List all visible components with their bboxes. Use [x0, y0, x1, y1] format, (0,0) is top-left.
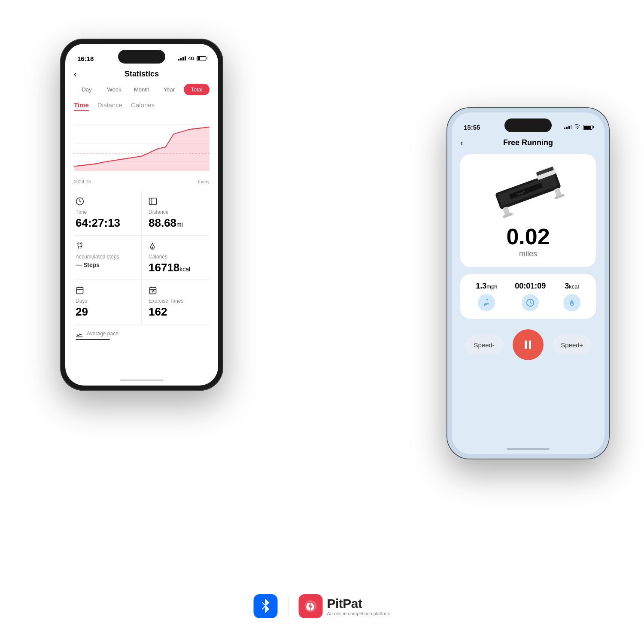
filter-month[interactable]: Month: [129, 84, 155, 95]
status-icons-right: [564, 124, 592, 131]
fire-icon: [149, 242, 208, 252]
signal-icon: [178, 56, 186, 61]
right-screen: 15:55: [452, 112, 605, 454]
speed-plus-button[interactable]: Speed+: [553, 335, 591, 354]
bluetooth-icon: [259, 598, 272, 614]
bluetooth-logo: [254, 594, 278, 618]
back-button-left[interactable]: ‹: [74, 69, 77, 79]
pause-button[interactable]: [513, 329, 544, 360]
avg-pace-label: Average pace: [87, 331, 118, 337]
bottom-logos: PitPat An online competition platform: [254, 594, 391, 618]
pitpat-text: PitPat An online competition platform: [327, 596, 391, 616]
stat-exercise-label: Exercise Times: [149, 298, 208, 304]
tab-time[interactable]: Time: [74, 101, 89, 111]
stat-distance: Distance 88.68mi: [142, 191, 210, 236]
chart-svg: [74, 115, 210, 176]
stat-time: Time 64:27:13: [74, 191, 142, 236]
stat-days-value: 29: [76, 306, 134, 318]
signal-icon-right: [564, 125, 572, 129]
metrics-row: 1.3mph 00:01:09: [460, 274, 596, 319]
svg-point-8: [81, 243, 82, 244]
stat-steps: Accumulated steps — Steps: [74, 236, 142, 280]
stat-distance-value: 88.68mi: [149, 217, 208, 229]
avg-pace-section: Average pace: [74, 325, 210, 346]
pause-icon: [525, 340, 531, 349]
statistics-header: ‹ Statistics: [74, 66, 210, 84]
controls-row: Speed- Speed+: [460, 329, 596, 360]
free-running-header: ‹ Free Running: [460, 135, 596, 154]
calendar-icon: [76, 286, 134, 296]
time-right: 15:55: [464, 124, 480, 131]
right-screen-content: ‹ Free Running: [452, 135, 605, 454]
steps-icon: [76, 242, 134, 252]
stat-exercise-value: 162: [149, 306, 208, 318]
distance-icon: [149, 197, 208, 207]
left-phone: 16:18 4G ‹: [60, 39, 223, 391]
metric-speed: 1.3mph: [476, 282, 497, 311]
stat-steps-label: Accumulated steps: [76, 254, 134, 260]
exercise-icon: [149, 286, 208, 296]
chart-x-labels: 2024.05 Today: [74, 179, 210, 184]
metric-tabs: Time Distance Calories: [74, 101, 210, 111]
stat-days: Days 29: [74, 280, 142, 325]
filter-week[interactable]: Week: [101, 84, 127, 95]
stat-exercise: Exercise Times 162: [142, 280, 210, 325]
shoe-icon: [76, 331, 83, 339]
logo-divider: [288, 595, 289, 617]
time-filter: Day Week Month Year Total: [74, 84, 210, 95]
stat-calories-value: 16718kcal: [149, 261, 208, 274]
filter-year[interactable]: Year: [156, 84, 182, 95]
stat-time-label: Time: [76, 209, 134, 215]
svg-rect-5: [149, 198, 157, 205]
stat-time-value: 64:27:13: [76, 217, 134, 229]
right-phone: 15:55: [447, 107, 610, 459]
clock-icon-right: [522, 294, 539, 311]
tab-distance[interactable]: Distance: [97, 101, 122, 111]
network-label: 4G: [188, 56, 194, 61]
stat-calories-label: Calories: [149, 254, 208, 260]
speed-value: 1.3mph: [476, 282, 497, 291]
stats-grid: Time 64:27:13 Distance 88.68mi: [74, 191, 210, 325]
time-left: 16:18: [77, 55, 94, 62]
stat-days-label: Days: [76, 298, 134, 304]
battery-icon-right: [583, 125, 592, 130]
filter-day[interactable]: Day: [74, 84, 100, 95]
home-indicator-right: [507, 448, 550, 450]
treadmill-card: berrun berrun 0.02 miles: [460, 154, 596, 267]
pitpat-logo-container: PitPat An online competition platform: [299, 594, 391, 618]
pitpat-tagline: An online competition platform: [327, 611, 391, 616]
treadmill-svg: berrun berrun: [485, 163, 571, 219]
metric-kcal: 3kcal: [563, 282, 580, 311]
pitpat-icon-svg: [303, 598, 319, 614]
svg-point-7: [78, 243, 79, 244]
fire-icon-right: [563, 294, 580, 311]
page-title-left: Statistics: [125, 70, 159, 79]
stat-distance-label: Distance: [149, 209, 208, 215]
avg-pace-bar: [76, 339, 110, 340]
clock-icon: [76, 197, 134, 207]
left-screen: 16:18 4G ‹: [65, 44, 218, 386]
chart-end-label: Today: [197, 179, 210, 184]
chart-start-label: 2024.05: [74, 179, 91, 184]
time-chart: [74, 115, 210, 176]
timer-value: 00:01:09: [515, 282, 546, 291]
run-icon: [478, 294, 495, 311]
treadmill-image: berrun berrun: [485, 163, 571, 219]
filter-total[interactable]: Total: [184, 84, 210, 95]
home-indicator-left: [120, 380, 163, 381]
status-icons-left: 4G: [178, 56, 206, 61]
pitpat-name: PitPat: [327, 596, 391, 611]
tab-calories[interactable]: Calories: [131, 101, 155, 111]
dynamic-island: [118, 50, 165, 64]
wifi-icon: [574, 124, 581, 131]
page-title-right: Free Running: [503, 138, 553, 147]
battery-icon: [197, 56, 206, 61]
back-button-right[interactable]: ‹: [460, 138, 463, 148]
svg-rect-9: [77, 288, 83, 294]
speed-minus-button[interactable]: Speed-: [465, 335, 504, 354]
distance-unit: miles: [519, 249, 537, 258]
distance-value: 0.02: [506, 225, 550, 248]
svg-point-28: [486, 299, 488, 301]
stat-steps-sub: — Steps: [76, 261, 134, 268]
stat-calories: Calories 16718kcal: [142, 236, 210, 280]
